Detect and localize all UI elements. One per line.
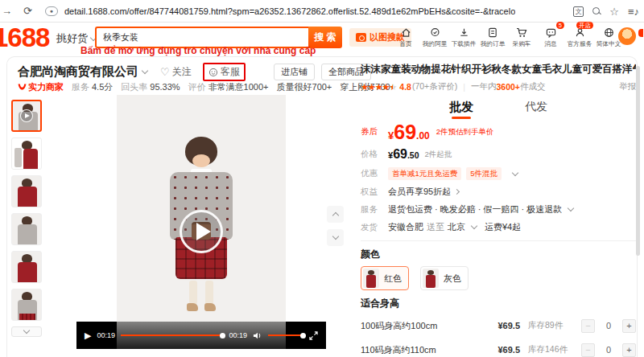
order-list-icon bbox=[478, 25, 507, 38]
enter-shop-button[interactable]: 进店铺 bbox=[274, 64, 315, 80]
star-rating-icon: ★★★★★★ bbox=[361, 82, 396, 92]
chevron-down-icon[interactable] bbox=[512, 169, 518, 175]
product-thumbnail[interactable] bbox=[11, 175, 42, 207]
message-count-badge: 5 bbox=[556, 22, 564, 29]
site-info-icon[interactable]: ● bbox=[45, 6, 58, 16]
rating-score: 4.8 bbox=[399, 82, 411, 92]
seek-handle[interactable] bbox=[220, 333, 225, 339]
stat-review-1: 评价非常满意1000+ bbox=[188, 81, 269, 93]
video-controls: ▶ 00:19 00:19 bbox=[76, 322, 326, 349]
bookmark-star-icon[interactable]: ☆ bbox=[609, 6, 619, 18]
plus-button[interactable]: + bbox=[622, 319, 636, 333]
minus-button[interactable]: − bbox=[581, 343, 595, 357]
product-thumbnail[interactable] bbox=[11, 213, 42, 245]
plus-button[interactable]: + bbox=[622, 343, 636, 357]
quantity-stepper: − 0 + bbox=[581, 319, 636, 333]
nav-cart[interactable]: 采购车 bbox=[507, 25, 536, 49]
back-icon[interactable]: → bbox=[2, 5, 12, 17]
customer-service-button[interactable]: 客服 bbox=[203, 63, 246, 81]
quantity-value: 0 bbox=[605, 321, 613, 330]
chevron-down-icon[interactable] bbox=[568, 205, 574, 211]
review-count[interactable]: (70+条评价) bbox=[412, 81, 457, 92]
tab-list-icon[interactable]: ≡♪ bbox=[628, 6, 639, 18]
seek-bar[interactable] bbox=[121, 334, 223, 336]
video-thumbnail[interactable] bbox=[11, 100, 42, 132]
base-price: ¥69.50 bbox=[388, 147, 419, 162]
volume-slider[interactable] bbox=[268, 334, 303, 336]
report-link[interactable]: 举报 bbox=[619, 81, 636, 92]
chevron-up-icon bbox=[332, 212, 338, 219]
play-icon[interactable]: ▶ bbox=[85, 330, 91, 341]
nav-messages[interactable]: 5 消息 bbox=[536, 25, 565, 49]
nav-home[interactable]: 首页 bbox=[391, 25, 420, 49]
translate-icon[interactable]: 文 bbox=[573, 6, 584, 17]
nav-official-service[interactable]: 开店 官方服务 bbox=[565, 25, 594, 49]
divider bbox=[361, 240, 636, 241]
chevron-down-icon[interactable] bbox=[471, 223, 477, 229]
fullscreen-icon[interactable] bbox=[309, 331, 318, 340]
category-dropdown[interactable]: 挑好货 bbox=[56, 31, 96, 46]
search-input[interactable] bbox=[97, 33, 308, 43]
product-thumbnail[interactable] bbox=[11, 137, 42, 170]
refresh-icon[interactable]: ⟳ bbox=[23, 5, 32, 17]
coupon-price-row: 券后 ¥69.00 2件预估到手单价 bbox=[361, 122, 636, 142]
play-button[interactable] bbox=[180, 210, 223, 253]
camera-icon bbox=[356, 33, 366, 42]
cart-icon bbox=[507, 25, 536, 38]
ship-from: 安徽合肥 bbox=[388, 221, 423, 233]
minus-button[interactable]: − bbox=[581, 319, 595, 333]
stat-repeat-rate: 回头率95.33% bbox=[121, 81, 180, 93]
sales-suffix: 件成交 bbox=[520, 81, 546, 92]
logo-1688[interactable]: 1688 bbox=[0, 23, 49, 53]
nav-my-orders[interactable]: 我的订单 bbox=[478, 25, 507, 49]
stat-service: 服务4.5分 bbox=[72, 81, 113, 93]
thumbnail-column bbox=[11, 100, 42, 337]
product-thumbnail[interactable] bbox=[11, 289, 42, 321]
zoom-search-icon[interactable] bbox=[592, 7, 601, 15]
service-text: 退货包运费 · 晚发必赔 · 假一赔四 · 极速退款 bbox=[388, 203, 562, 215]
promo-tag: 5件混批 bbox=[466, 167, 502, 180]
color-option-red[interactable]: 红色 bbox=[361, 266, 409, 290]
volume-icon[interactable] bbox=[253, 331, 262, 340]
tab-dropship[interactable]: 代发 bbox=[525, 100, 547, 119]
color-thumb bbox=[423, 269, 439, 288]
ship-to[interactable]: 北京 bbox=[448, 221, 465, 233]
promo-tag: 首单减1元且免运费 bbox=[388, 167, 461, 180]
volume-handle[interactable] bbox=[300, 333, 306, 339]
smile-bubble-icon bbox=[420, 25, 449, 38]
color-option-gray[interactable]: 灰色 bbox=[420, 266, 469, 290]
thumbnails-scroll-down-button[interactable] bbox=[11, 326, 42, 337]
user-avatar[interactable] bbox=[618, 27, 636, 45]
product-info: 沫沫家童装动物提花针织开衫秋冬款女童毛衣儿童可爱百搭洋气上衣 ★★★★★★ 4.… bbox=[361, 63, 636, 357]
coupon-label: 券后 bbox=[361, 126, 388, 137]
seller-stats: 实力商家 服务4.5分 回头率95.33% 评价非常满意1000+ 质量很好70… bbox=[18, 81, 395, 93]
sales-count: 3600+ bbox=[496, 82, 520, 92]
annotation-text: Bấm để mở ứng dụng trò chuyện với nhà cu… bbox=[80, 45, 316, 56]
duration: 00:19 bbox=[229, 331, 247, 339]
open-shop-badge: 开店 bbox=[576, 22, 593, 29]
smiley-icon bbox=[208, 68, 218, 77]
scrollbar[interactable] bbox=[636, 66, 640, 256]
rights-row: 权益 会员再享95折起 bbox=[361, 186, 636, 198]
chevron-down-icon bbox=[23, 327, 30, 334]
scroll-up-button[interactable] bbox=[327, 206, 344, 223]
product-thumbnail[interactable] bbox=[11, 251, 42, 283]
shop-buttons: 进店铺 全部商品 bbox=[274, 64, 371, 80]
tab-wholesale[interactable]: 批发 bbox=[449, 100, 473, 119]
chevron-right-icon[interactable] bbox=[454, 189, 460, 195]
play-icon bbox=[20, 109, 33, 122]
coupon-note: 2件预估到手单价 bbox=[436, 127, 494, 137]
color-swatches: 红色 灰色 bbox=[361, 266, 636, 290]
coupon-price: ¥69.00 bbox=[388, 122, 430, 142]
power-merchant-badge: 实力商家 bbox=[18, 81, 64, 93]
browser-toolbar: → ⟳ ● detail.1688.com/offer/847744081759… bbox=[0, 0, 644, 23]
nav-my-ali[interactable]: 我的阿里 bbox=[420, 25, 449, 49]
scroll-down-button[interactable] bbox=[327, 229, 344, 246]
video-player[interactable]: ▶ 00:19 00:19 bbox=[76, 95, 326, 349]
current-time: 00:19 bbox=[97, 331, 115, 339]
follow-button[interactable]: ♡ 关注 bbox=[160, 65, 192, 79]
seller-name[interactable]: 合肥尚淘商贸有限公司 bbox=[18, 64, 147, 80]
color-thumb bbox=[363, 269, 379, 288]
address-bar[interactable]: detail.1688.com/offer/847744081759.html?… bbox=[64, 6, 515, 16]
nav-download-plugin[interactable]: 下载插件 bbox=[449, 25, 478, 49]
